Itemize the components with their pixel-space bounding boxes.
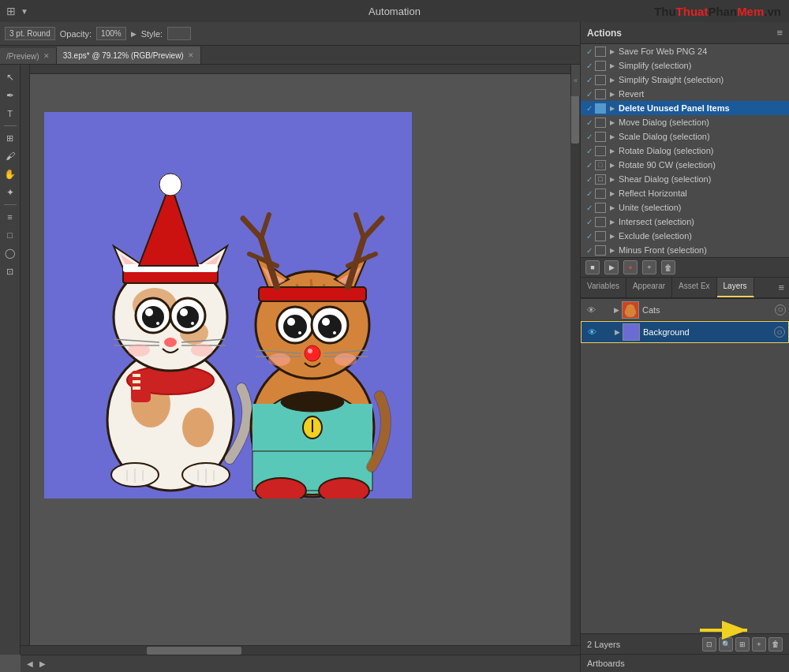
canvas-status-bar: ◀ ▶ [21,655,580,672]
layer-thumb-cats [622,301,639,319]
action-row-4[interactable]: ✓ ▶ Revert [581,87,789,101]
tab-asset-export[interactable]: Asset Ex [672,278,716,297]
action-row-10[interactable]: ✓ □ ▶ Shear Dialog (selection) [581,172,789,186]
panel-collapse-handle[interactable]: « [570,65,580,96]
tool-rect[interactable]: □ [2,227,18,243]
tab-variables[interactable]: Variables [581,278,626,297]
action-row-3[interactable]: ✓ ▶ Simplify Straight (selection) [581,73,789,87]
tool-grid[interactable]: ⊡ [2,263,18,279]
tool-pen[interactable]: ✒ [2,88,18,103]
action-row-11[interactable]: ✓ ▶ Reflect Horizontal [581,186,789,200]
tab-appearance[interactable]: Appearar [626,278,672,297]
app-menu-area[interactable]: ⊞ ▼ [0,5,35,17]
action-row-8[interactable]: ✓ ▶ Rotate Dialog (selection) [581,144,789,158]
tool-lines[interactable]: ≡ [2,209,18,225]
box-13 [595,217,606,227]
tool-type[interactable]: T [2,106,18,121]
layer-row-cats[interactable]: 👁 ▶ Cats O [581,299,789,321]
action-label-6: Move Dialog (selection) [617,118,709,127]
check-10: ✓ [584,175,595,184]
tab-layers[interactable]: Layers [717,278,754,297]
record-button[interactable]: ● [623,260,638,274]
action-row-5-highlighted[interactable]: ✓ ▶ Delete Unused Panel Items [581,101,789,115]
app-menu-arrow[interactable]: ▼ [21,7,28,16]
arrow-6: ▶ [608,119,617,126]
tool-circle[interactable]: ◯ [2,245,18,261]
action-label-11: Reflect Horizontal [617,189,687,198]
action-label-9: Rotate 90 CW (selection) [617,160,716,170]
next-arrow[interactable]: ▶ [39,659,46,668]
panel-tabs-bar: Variables Appearar Asset Ex Layers ≡ [581,278,789,299]
action-label-8: Rotate Dialog (selection) [617,146,713,155]
ruler-vertical [21,65,30,645]
action-row-12[interactable]: ✓ ▶ Unite (selection) [581,200,789,215]
svg-line-65 [364,218,382,238]
new-action-button[interactable]: + [642,260,656,274]
action-label-2: Simplify (selection) [617,61,691,70]
svg-point-45 [281,393,344,412]
arrow-11: ▶ [608,190,617,197]
layer-eye-background[interactable]: 👁 [585,327,599,337]
svg-point-27 [164,338,177,347]
play-button[interactable]: ▶ [604,260,619,274]
box-11 [595,189,606,199]
panel-tab-menu[interactable]: ≡ [773,278,789,297]
style-label: Style: [141,29,163,39]
tool-brush[interactable]: 🖌 [2,148,18,164]
layer-arrow-background[interactable]: ▶ [611,328,623,336]
horizontal-scrollbar-thumb[interactable] [147,647,241,655]
app-grid-icon[interactable]: ⊞ [6,5,16,17]
layer-name-background: Background [643,327,774,337]
layer-arrow-cats[interactable]: ▶ [611,306,622,314]
opacity-label: Opacity: [60,29,92,39]
vertical-scrollbar[interactable] [570,65,580,645]
action-row-7[interactable]: ✓ ▶ Scale Dialog (selection) [581,129,789,144]
svg-point-83 [335,353,357,366]
action-label-14: Exclude (selection) [617,231,692,241]
yellow-arrow-indicator [696,618,759,642]
tool-hand[interactable]: ✋ [2,166,18,182]
svg-point-77 [308,349,312,353]
layer-circle-cats[interactable]: O [775,304,786,315]
action-row-14[interactable]: ✓ ▶ Exclude (selection) [581,229,789,243]
svg-point-76 [305,345,320,361]
svg-point-82 [268,353,290,366]
action-row-15[interactable]: ✓ ▶ Minus Front (selection) [581,243,789,257]
tab-active[interactable]: 33.eps* @ 79.12% (RGB/Preview) ✕ [57,47,201,64]
check-7: ✓ [584,133,595,141]
tool-star[interactable]: ✦ [2,185,18,200]
actions-title: Actions [587,28,622,39]
artboards-label[interactable]: Artboards [587,659,625,668]
action-row-2[interactable]: ✓ ▶ Simplify (selection) [581,58,789,73]
layer-circle-background[interactable]: O [774,327,785,338]
box-6 [595,118,606,128]
action-row-1[interactable]: ✓ ▶ Save For Web PNG 24 [581,44,789,58]
brush-size-dropdown[interactable]: 3 pt. Round [5,27,55,40]
check-11: ✓ [584,189,595,198]
prev-arrow[interactable]: ◀ [27,659,33,668]
arrow-14: ▶ [608,233,617,240]
action-row-6[interactable]: ✓ ▶ Move Dialog (selection) [581,115,789,129]
layer-eye-cats[interactable]: 👁 [584,305,598,315]
delete-layer-button[interactable]: 🗑 [768,637,783,651]
actions-menu-icon[interactable]: ≡ [776,27,783,39]
tool-select[interactable]: ↖ [2,69,18,85]
svg-rect-87 [623,324,639,340]
tab-close-1[interactable]: ✕ [43,52,50,60]
tab-preview[interactable]: /Preview) ✕ [0,48,57,64]
check-4: ✓ [584,90,595,99]
tool-shape[interactable]: ⊞ [2,130,18,146]
delete-action-button[interactable]: 🗑 [661,260,675,274]
layer-row-background[interactable]: 👁 ▶ Background O [581,321,789,343]
stop-button[interactable]: ■ [585,260,600,274]
svg-point-86 [626,304,635,312]
artboards-tab[interactable]: Artboards [581,654,789,672]
style-dropdown[interactable] [167,27,191,40]
action-label-12: Unite (selection) [617,203,681,212]
tab-close-2[interactable]: ✕ [188,51,194,59]
opacity-dropdown[interactable]: 100% [96,27,126,40]
action-row-9[interactable]: ✓ □ ▶ Rotate 90 CW (selection) [581,158,789,172]
collapse-icon: « [574,77,578,84]
action-label-10: Shear Dialog (selection) [617,174,711,184]
action-row-13[interactable]: ✓ ▶ Intersect (selection) [581,215,789,229]
